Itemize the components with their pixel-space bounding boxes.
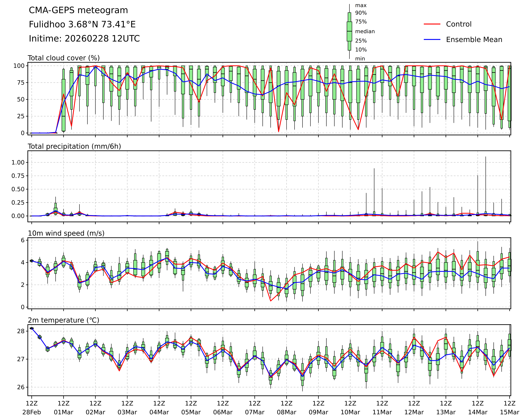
legend-box-label: 90% — [355, 10, 367, 16]
boxplot-series — [30, 325, 511, 391]
boxplot-legend: max90%75%median25%10%min — [347, 2, 375, 62]
y-tick-label: 6 — [21, 237, 25, 244]
meteogram-chart: Total cloud cover (%)0255075100Total pre… — [0, 0, 524, 420]
panel-title: 10m wind speed (m/s) — [28, 229, 105, 237]
box-25-75 — [277, 71, 280, 106]
box-25-75 — [452, 68, 456, 93]
x-tick-date-label: 05Mar — [181, 409, 201, 416]
panel-2: Total precipitation (mm/6h)0.000.250.500… — [11, 142, 511, 224]
box-25-75 — [388, 66, 392, 86]
box-25-75 — [221, 68, 225, 86]
legend-line-label: Ensemble Mean — [446, 35, 503, 44]
y-tick-label: 0.25 — [11, 199, 25, 206]
box-25-75 — [133, 260, 137, 275]
x-tick-date-label: 02Mar — [86, 409, 105, 416]
box-25-75 — [452, 261, 456, 276]
box-25-75 — [380, 268, 384, 280]
box-25-75 — [301, 69, 304, 99]
box-25-75 — [141, 345, 145, 350]
box-25-75 — [325, 266, 328, 280]
panel-4: 2m temperature (℃)262728 — [17, 316, 511, 399]
legend-box-label: min — [355, 55, 365, 62]
box-25-75 — [349, 70, 352, 103]
x-tick-hour-label: 12Z — [185, 400, 197, 407]
x-tick-date-label: 01Mar — [54, 409, 73, 416]
legend-box-label: 10% — [355, 47, 367, 53]
x-tick-hour-label: 12Z — [280, 400, 293, 407]
meteogram-figure: CMA-GEPS meteogram Fulidhoo 3.68°N 73.41… — [0, 0, 524, 420]
box-25-75 — [444, 66, 448, 89]
box-25-75 — [492, 356, 495, 369]
boxplot-series — [30, 157, 511, 216]
y-tick-label: 1.00 — [11, 159, 25, 166]
panel-title: Total cloud cover (%) — [28, 54, 100, 62]
x-tick-hour-label: 12Z — [344, 400, 356, 407]
x-tick-date-label: 12Mar — [404, 409, 424, 416]
legend-box-label: median — [355, 28, 375, 35]
box-25-75 — [484, 66, 487, 91]
x-axis-labels: 12Z28Feb12Z01Mar12Z02Mar12Z03Mar12Z04Mar… — [22, 400, 519, 416]
x-tick-date-label: 15Mar — [500, 409, 519, 416]
x-tick-hour-label: 12Z — [89, 400, 101, 407]
box-25-75 — [253, 351, 256, 359]
legend-box-label: max — [355, 2, 367, 8]
box-25-75 — [157, 66, 161, 69]
plot-border — [28, 151, 511, 222]
box-25-75 — [229, 66, 233, 80]
x-tick-date-label: 28Feb — [22, 409, 41, 416]
x-tick-date-label: 04Mar — [149, 409, 169, 416]
x-tick-date-label: 14Mar — [468, 409, 488, 416]
x-tick-date-label: 11Mar — [372, 409, 392, 416]
box-25-75 — [102, 264, 105, 268]
x-tick-hour-label: 12Z — [217, 400, 229, 407]
y-tick-label: 50 — [17, 96, 25, 103]
box-25-75 — [70, 70, 73, 96]
y-tick-label: 25 — [17, 113, 25, 120]
box-25-75 — [428, 358, 432, 370]
panel-title: Total precipitation (mm/6h) — [28, 142, 121, 150]
box-25-75 — [62, 79, 65, 131]
x-tick-hour-label: 12Z — [504, 400, 516, 407]
box-25-75 — [444, 262, 448, 277]
line-legend: ControlEnsemble Mean — [424, 20, 503, 44]
box-25-75 — [444, 340, 448, 350]
box-25-75 — [428, 67, 432, 89]
box-25-75 — [149, 260, 153, 275]
y-tick-label: 28 — [17, 328, 25, 334]
y-tick-label: 0.75 — [11, 172, 25, 179]
box-25-75 — [412, 340, 416, 350]
box-25-75 — [436, 259, 440, 275]
x-tick-date-label: 06Mar — [213, 409, 233, 416]
x-tick-date-label: 13Mar — [436, 409, 456, 416]
x-tick-hour-label: 12Z — [408, 400, 420, 407]
x-tick-date-label: 07Mar — [245, 409, 264, 416]
x-tick-hour-label: 12Z — [440, 400, 452, 407]
y-tick-label: 26 — [17, 384, 25, 391]
box-25-75 — [420, 67, 424, 93]
y-tick-label: 27 — [17, 356, 25, 363]
x-tick-date-label: 03Mar — [117, 409, 137, 416]
y-tick-label: 2 — [21, 281, 25, 288]
panel-title: 2m temperature (℃) — [28, 316, 99, 324]
y-tick-label: 4 — [21, 259, 25, 266]
box-25-75 — [309, 68, 312, 96]
box-10-90 — [95, 66, 96, 86]
box-25-75 — [245, 68, 248, 93]
y-tick-label: 0.00 — [11, 212, 25, 219]
legend-line-label: Control — [446, 20, 472, 28]
x-tick-hour-label: 12Z — [472, 400, 484, 407]
panel-3: 10m wind speed (m/s)0246 — [21, 229, 511, 311]
box-25-75 — [476, 67, 479, 93]
x-tick-hour-label: 12Z — [121, 400, 133, 407]
panel-1: Total cloud cover (%)0255075100 — [13, 54, 511, 137]
x-tick-hour-label: 12Z — [249, 400, 261, 407]
y-tick-label: 100 — [13, 62, 25, 69]
y-tick-label: 0.50 — [11, 186, 25, 192]
box-25-75 — [468, 66, 472, 93]
box-25-75 — [357, 69, 360, 103]
y-tick-label: 75 — [17, 79, 25, 86]
x-tick-hour-label: 12Z — [153, 400, 165, 407]
x-tick-date-label: 10Mar — [341, 409, 360, 416]
x-tick-hour-label: 12Z — [26, 400, 38, 407]
box-25-75 — [126, 67, 129, 89]
